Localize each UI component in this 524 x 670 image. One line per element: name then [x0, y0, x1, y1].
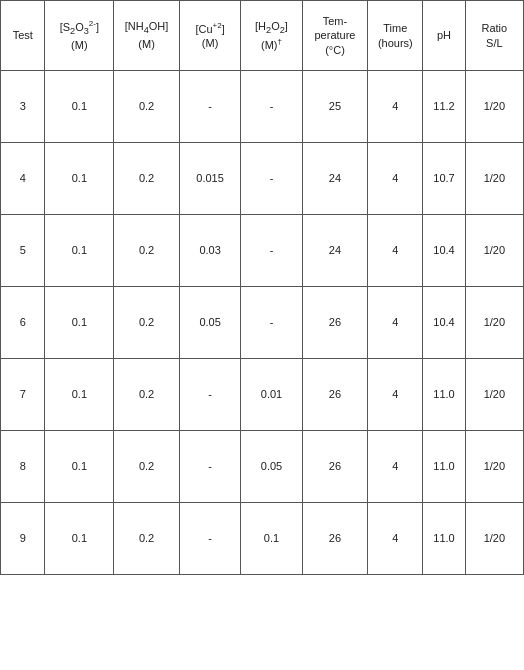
cell-ph: 11.0	[423, 431, 465, 503]
cell-test: 6	[1, 287, 45, 359]
table-row: 90.10.2-0.126411.01/20	[1, 503, 524, 575]
cell-cu: 0.03	[179, 215, 240, 287]
cell-temp: 26	[302, 503, 368, 575]
data-table: Test [S2O32-](M) [NH4OH](M) [Cu+2](M) [H…	[0, 0, 524, 575]
cell-time: 4	[368, 143, 423, 215]
header-s2o3: [S2O32-](M)	[45, 1, 114, 71]
header-nh4oh: [NH4OH](M)	[114, 1, 180, 71]
header-time: Time(hours)	[368, 1, 423, 71]
cell-s2o3: 0.1	[45, 503, 114, 575]
cell-ph: 11.0	[423, 359, 465, 431]
cell-temp: 24	[302, 215, 368, 287]
cell-s2o3: 0.1	[45, 287, 114, 359]
cell-nh4oh: 0.2	[114, 359, 180, 431]
cell-ratio: 1/20	[465, 71, 523, 143]
cell-temp: 26	[302, 287, 368, 359]
cell-ratio: 1/20	[465, 287, 523, 359]
cell-nh4oh: 0.2	[114, 431, 180, 503]
cell-h2o2: -	[241, 287, 302, 359]
cell-temp: 26	[302, 359, 368, 431]
cell-ph: 10.7	[423, 143, 465, 215]
cell-s2o3: 0.1	[45, 143, 114, 215]
cell-test: 3	[1, 71, 45, 143]
cell-temp: 25	[302, 71, 368, 143]
cell-cu: -	[179, 359, 240, 431]
table-row: 40.10.20.015-24410.71/20	[1, 143, 524, 215]
cell-ratio: 1/20	[465, 143, 523, 215]
cell-nh4oh: 0.2	[114, 503, 180, 575]
cell-ratio: 1/20	[465, 431, 523, 503]
cell-test: 4	[1, 143, 45, 215]
cell-time: 4	[368, 359, 423, 431]
cell-nh4oh: 0.2	[114, 71, 180, 143]
cell-temp: 24	[302, 143, 368, 215]
cell-time: 4	[368, 215, 423, 287]
cell-cu: -	[179, 431, 240, 503]
cell-ph: 10.4	[423, 215, 465, 287]
cell-nh4oh: 0.2	[114, 215, 180, 287]
cell-test: 5	[1, 215, 45, 287]
cell-h2o2: -	[241, 71, 302, 143]
table-row: 30.10.2--25411.21/20	[1, 71, 524, 143]
cell-nh4oh: 0.2	[114, 287, 180, 359]
table-row: 50.10.20.03-24410.41/20	[1, 215, 524, 287]
cell-h2o2: 0.05	[241, 431, 302, 503]
cell-cu: 0.015	[179, 143, 240, 215]
cell-s2o3: 0.1	[45, 71, 114, 143]
cell-ratio: 1/20	[465, 215, 523, 287]
cell-h2o2: 0.1	[241, 503, 302, 575]
table-row: 80.10.2-0.0526411.01/20	[1, 431, 524, 503]
header-ph: pH	[423, 1, 465, 71]
cell-ph: 11.2	[423, 71, 465, 143]
cell-test: 9	[1, 503, 45, 575]
cell-temp: 26	[302, 431, 368, 503]
table-row: 70.10.2-0.0126411.01/20	[1, 359, 524, 431]
cell-test: 7	[1, 359, 45, 431]
cell-s2o3: 0.1	[45, 359, 114, 431]
cell-time: 4	[368, 287, 423, 359]
cell-cu: -	[179, 503, 240, 575]
cell-h2o2: -	[241, 143, 302, 215]
cell-time: 4	[368, 503, 423, 575]
header-temp: Tem-perature(°C)	[302, 1, 368, 71]
table-row: 60.10.20.05-26410.41/20	[1, 287, 524, 359]
cell-h2o2: -	[241, 215, 302, 287]
header-test: Test	[1, 1, 45, 71]
cell-ph: 10.4	[423, 287, 465, 359]
cell-ratio: 1/20	[465, 503, 523, 575]
header-h2o2: [H2O2](M)†	[241, 1, 302, 71]
cell-time: 4	[368, 71, 423, 143]
cell-ratio: 1/20	[465, 359, 523, 431]
cell-nh4oh: 0.2	[114, 143, 180, 215]
header-ratio: RatioS/L	[465, 1, 523, 71]
cell-test: 8	[1, 431, 45, 503]
cell-h2o2: 0.01	[241, 359, 302, 431]
cell-cu: -	[179, 71, 240, 143]
header-cu: [Cu+2](M)	[179, 1, 240, 71]
cell-time: 4	[368, 431, 423, 503]
cell-s2o3: 0.1	[45, 215, 114, 287]
cell-cu: 0.05	[179, 287, 240, 359]
cell-ph: 11.0	[423, 503, 465, 575]
cell-s2o3: 0.1	[45, 431, 114, 503]
